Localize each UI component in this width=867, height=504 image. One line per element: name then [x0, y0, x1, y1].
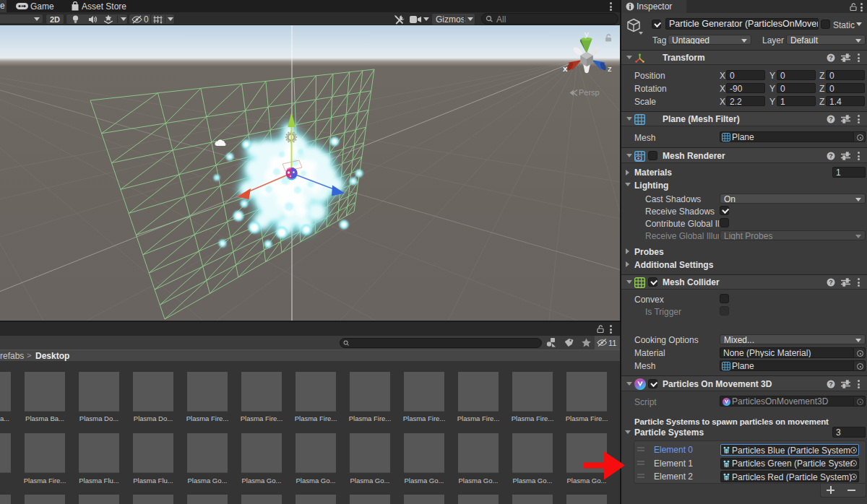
svg-text:z: z	[608, 64, 612, 73]
svg-text:?: ?	[829, 116, 833, 123]
svg-text:x: x	[563, 64, 568, 73]
svg-text:y: y	[585, 30, 589, 38]
svg-text:?: ?	[829, 279, 833, 286]
svg-text:?: ?	[829, 54, 833, 61]
svg-text:?: ?	[829, 381, 833, 388]
svg-text:?: ?	[829, 152, 833, 160]
